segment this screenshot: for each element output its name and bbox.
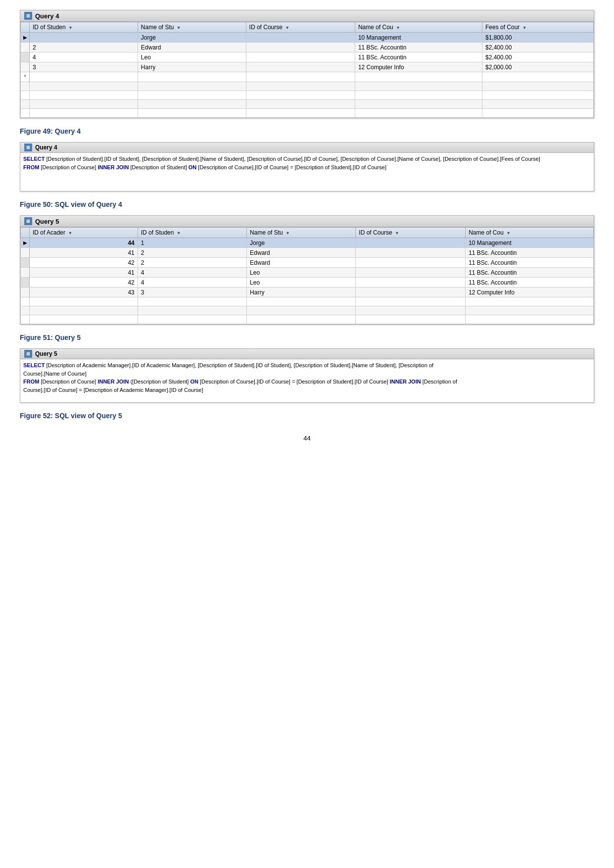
query5-header-row: ID of Acader ▼ ID of Studen ▼ Name of St… (21, 228, 594, 238)
query4-table: ID of Studen ▼ Name of Stu ▼ ID of Cours… (20, 22, 594, 118)
cell-empty (466, 306, 594, 315)
table-row[interactable]: ▶ 44 1 Jorge 10 Management (21, 238, 594, 248)
cell-student-name: Leo (138, 52, 246, 62)
cell-empty (356, 306, 466, 315)
col-header-fees[interactable]: Fees of Cour ▼ (482, 22, 593, 33)
cell-empty (482, 82, 593, 91)
cell-empty (246, 100, 355, 109)
table-row[interactable]: 41 2 Edward 11 BSc. Accountin (21, 248, 594, 258)
cell-empty (21, 315, 30, 324)
cell-course-id (356, 278, 466, 288)
row-selector: ▶ (21, 238, 30, 248)
row-selector-header (21, 22, 30, 33)
col-label-student-name: Name of Stu (141, 24, 174, 31)
sort-arrow-acad-id: ▼ (68, 231, 72, 236)
cell-acad-id: 41 (30, 268, 138, 278)
row-selector (21, 258, 30, 268)
query5-window: ⊞ Query 5 ID of Acader ▼ ID of Studen ▼ … (20, 215, 594, 325)
cell-student-id (30, 33, 138, 43)
cell-empty (466, 297, 594, 306)
col-header-course-id[interactable]: ID of Course ▼ (356, 228, 466, 238)
table-row-empty (21, 82, 594, 91)
col-header-student-id[interactable]: ID of Studen ▼ (138, 228, 246, 238)
cell-student-name: Harry (138, 62, 246, 72)
cell-course-id (356, 288, 466, 297)
cell-course-name: 10 Management (355, 33, 482, 43)
query5-titlebar: ⊞ Query 5 (20, 216, 594, 227)
cell-course-id (356, 258, 466, 268)
cell-empty (355, 109, 482, 118)
query4-titlebar: ⊞ Query 4 (20, 10, 594, 22)
cell-empty (482, 100, 593, 109)
cell-student-name: Jorge (247, 238, 356, 248)
cell-empty (21, 306, 30, 315)
cell-empty (482, 91, 593, 100)
cell-course-name: 11 BSc. Accountin (466, 278, 594, 288)
cell-student-id: 3 (138, 288, 246, 297)
cell-empty (138, 315, 246, 324)
sql5-content: SELECT [Description of Academic Manager]… (20, 359, 594, 396)
query4-title: Query 4 (35, 12, 59, 20)
table-row[interactable]: ▶ Jorge 10 Management $1,800.00 (21, 33, 594, 43)
cell-course-name: 12 Computer Info (466, 288, 594, 297)
cell-empty (138, 91, 246, 100)
cell-course-id (246, 43, 355, 52)
cell-empty (247, 297, 356, 306)
cell-acad-id: 43 (30, 288, 138, 297)
col-header-course-id[interactable]: ID of Course ▼ (246, 22, 355, 33)
table-row[interactable]: 42 4 Leo 11 BSc. Accountin (21, 278, 594, 288)
col-header-course-name[interactable]: Name of Cou ▼ (466, 228, 594, 238)
sort-arrow-student-id: ▼ (177, 231, 181, 236)
cell-empty (138, 82, 246, 91)
cell-student-id: 4 (30, 52, 138, 62)
col-header-student-name[interactable]: Name of Stu ▼ (138, 22, 246, 33)
sql4-text: SELECT [Description of Student].[ID of S… (23, 156, 540, 170)
col-header-student-id[interactable]: ID of Studen ▼ (30, 22, 138, 33)
cell-empty (30, 82, 138, 91)
col-header-acad-id[interactable]: ID of Acader ▼ (30, 228, 138, 238)
cell-student-name: Leo (247, 268, 356, 278)
cell-empty (247, 315, 356, 324)
sql5-icon: ⊞ (24, 350, 32, 358)
sort-arrow-course-name: ▼ (396, 25, 400, 30)
col-header-student-name[interactable]: Name of Stu ▼ (247, 228, 356, 238)
row-selector (21, 248, 30, 258)
cell-empty (30, 109, 138, 118)
col-header-course-name[interactable]: Name of Cou ▼ (355, 22, 482, 33)
query5-table: ID of Acader ▼ ID of Studen ▼ Name of St… (20, 227, 594, 324)
sql4-icon: ⊞ (24, 144, 32, 151)
row-selector (21, 43, 30, 52)
query5-title: Query 5 (35, 218, 59, 225)
sql5-titlebar: ⊞ Query 5 (20, 349, 594, 359)
fig49-caption: Figure 49: Query 4 (20, 127, 594, 135)
fig51-caption: Figure 51: Query 5 (20, 334, 594, 341)
fig50-caption: Figure 50: SQL view of Query 4 (20, 200, 594, 208)
col-label-acad-id: ID of Acader (33, 229, 65, 236)
cell-empty (138, 100, 246, 109)
table-row[interactable]: 2 Edward 11 BSc. Accountin $2,400.00 (21, 43, 594, 52)
query4-window: ⊞ Query 4 ID of Studen ▼ Name of Stu ▼ I… (20, 10, 594, 118)
cell-empty (482, 72, 593, 82)
table-row[interactable]: 42 2 Edward 11 BSc. Accountin (21, 258, 594, 268)
new-row-marker: * (21, 72, 30, 82)
cell-empty (246, 72, 355, 82)
table-row-empty (21, 109, 594, 118)
query5-icon: ⊞ (24, 217, 32, 225)
row-arrow: ▶ (23, 35, 27, 40)
cell-empty (30, 315, 138, 324)
table-row[interactable]: 41 4 Leo 11 BSc. Accountin (21, 268, 594, 278)
cell-empty (355, 91, 482, 100)
cell-empty (21, 82, 30, 91)
sql5-window: ⊞ Query 5 SELECT [Description of Academi… (20, 348, 594, 403)
cell-student-id: 1 (138, 238, 246, 248)
new-row[interactable]: * (21, 72, 594, 82)
cell-empty (482, 109, 593, 118)
cell-student-id: 3 (30, 62, 138, 72)
table-row[interactable]: 3 Harry 12 Computer Info $2,000.00 (21, 62, 594, 72)
cell-empty (21, 109, 30, 118)
cell-empty (246, 82, 355, 91)
table-row[interactable]: 4 Leo 11 BSc. Accountin $2,400.00 (21, 52, 594, 62)
cell-student-name: Jorge (138, 33, 246, 43)
table-row[interactable]: 43 3 Harry 12 Computer Info (21, 288, 594, 297)
cell-empty (466, 315, 594, 324)
